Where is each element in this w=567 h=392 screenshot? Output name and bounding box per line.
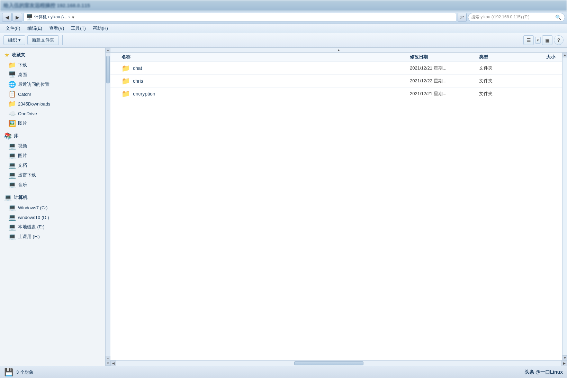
e-drive-icon: 💻 — [8, 223, 16, 231]
col-header-type[interactable]: 类型 — [479, 54, 528, 60]
sidebar-library-header[interactable]: 📚 库 — [0, 131, 105, 141]
help-button[interactable]: ? — [554, 35, 564, 45]
sidebar-item-d-drive-label: windows10 (D:) — [18, 215, 49, 220]
f-drive-icon: 💻 — [8, 233, 16, 240]
sidebar-item-c-drive[interactable]: 💻 Windows7 (C:) — [0, 203, 105, 212]
sidebar-scroll-track[interactable] — [106, 53, 110, 356]
favorites-label: 收藏夹 — [12, 52, 25, 58]
menu-tools[interactable]: 工具(T) — [68, 24, 89, 33]
status-text: 💾 3 个对象 — [4, 368, 34, 377]
sidebar-item-lib-pictures[interactable]: 💻 图片 — [0, 151, 105, 161]
sidebar-item-video[interactable]: 💻 视频 — [0, 141, 105, 151]
object-count: 3 个对象 — [16, 369, 34, 375]
file-label-encryption: encryption — [133, 91, 155, 97]
file-label-chris: chris — [133, 78, 143, 84]
computer-label: 计算机 — [14, 194, 27, 201]
sidebar-item-2345downloads[interactable]: 📁 2345Downloads — [0, 99, 105, 109]
sidebar-item-d-drive[interactable]: 💻 windows10 (D:) — [0, 212, 105, 222]
forward-button[interactable]: ▶ — [12, 13, 22, 22]
file-name-chat[interactable]: 📁 chat — [110, 64, 410, 72]
sidebar-scroll-up[interactable]: ▲ — [106, 48, 110, 53]
scroll-up-arrow[interactable]: ▲ — [337, 48, 341, 52]
breadcrumb-bar[interactable]: 🖥️ 计算机 › yikou (\... › ▼ — [24, 13, 456, 22]
search-icon[interactable]: 🔍 — [554, 13, 562, 21]
video-icon: 💻 — [8, 142, 16, 150]
sidebar-item-xunlei-label: 迅雷下载 — [18, 172, 36, 178]
catch-icon: 📋 — [8, 90, 16, 98]
file-date-encryption: 2021/12/21 星期... — [410, 91, 479, 97]
recent-icon: 🌐 — [8, 81, 16, 88]
sidebar-item-pictures[interactable]: 🖼️ 图片 — [0, 118, 105, 128]
file-name-encryption[interactable]: 📁 encryption — [110, 90, 410, 98]
computer-icon: 🖥️ — [26, 14, 33, 20]
search-bar[interactable]: 搜索 yikou (\192.168.0.115) (Z:) 🔍 — [468, 13, 565, 22]
sidebar-item-download[interactable]: 📁 下载 — [0, 60, 105, 70]
content-scrollbar: ▲ ▼ — [562, 53, 567, 360]
sidebar-scroll-center-indicator: ≡ — [106, 356, 110, 361]
sidebar-item-e-drive-label: 本地磁盘 (E:) — [18, 224, 45, 230]
sidebar-item-recent[interactable]: 🌐 最近访问的位置 — [0, 80, 105, 89]
view-dropdown-button[interactable]: ▾ — [535, 37, 541, 44]
menu-bar: 文件(F) 编辑(E) 查看(V) 工具(T) 帮助(H) — [0, 24, 567, 33]
sidebar-scroll-thumb[interactable] — [106, 56, 110, 83]
table-row[interactable]: 📁 chris 2021/12/22 星期... 文件夹 — [110, 75, 562, 88]
doc-icon: 💻 — [8, 162, 16, 169]
view-list-button[interactable]: ☰ — [523, 35, 534, 45]
table-row[interactable]: 📁 chat 2021/12/21 星期... 文件夹 — [110, 62, 562, 75]
col-header-name[interactable]: 名称 — [110, 54, 410, 60]
sidebar-item-c-drive-label: Windows7 (C:) — [18, 205, 47, 210]
h-scroll-track[interactable] — [116, 361, 561, 366]
search-placeholder-text: 搜索 yikou (\192.168.0.115) (Z:) — [471, 14, 530, 20]
col-header-size[interactable]: 大小 — [528, 54, 562, 60]
content-scroll-up[interactable]: ▲ — [562, 53, 567, 57]
back-button[interactable]: ◀ — [2, 13, 12, 22]
sidebar-item-f-drive-label: 上课用 (F:) — [18, 234, 40, 240]
content-scroll-down[interactable]: ▼ — [562, 355, 567, 360]
file-name-chris[interactable]: 📁 chris — [110, 77, 410, 85]
col-header-date[interactable]: 修改日期 — [410, 54, 479, 60]
sidebar-item-e-drive[interactable]: 💻 本地磁盘 (E:) — [0, 222, 105, 232]
refresh-button[interactable]: ⇄ — [458, 13, 467, 22]
table-row[interactable]: 📁 encryption 2021/12/21 星期... 文件夹 — [110, 88, 562, 100]
sidebar-section-favorites: ★ 收藏夹 📁 下载 🖥️ 桌面 🌐 最近访问的位置 📋 Catch — [0, 50, 105, 128]
h-scroll-left[interactable]: ◀ — [110, 361, 116, 366]
scroll-indicator-top[interactable]: ▲ — [110, 48, 567, 53]
h-scroll-thumb[interactable] — [294, 361, 363, 365]
menu-file[interactable]: 文件(F) — [2, 24, 24, 33]
menu-view[interactable]: 查看(V) — [46, 24, 68, 33]
sidebar-item-video-label: 视频 — [18, 143, 27, 149]
sidebar-item-music[interactable]: 💻 音乐 — [0, 180, 105, 190]
sidebar-item-docs[interactable]: 💻 文档 — [0, 161, 105, 170]
blurred-title-bar: 给入伍的室友远程操控 192.168.0.115 — [0, 0, 567, 11]
view-panel-button[interactable]: ▣ — [542, 35, 552, 45]
h-scrollbar: ◀ ▶ — [110, 360, 567, 366]
folder-icon-chris: 📁 — [122, 77, 130, 85]
menu-help[interactable]: 帮助(H) — [89, 24, 111, 33]
h-scroll-right[interactable]: ▶ — [561, 361, 567, 366]
sidebar-item-catch-label: Catch! — [18, 92, 31, 97]
new-folder-button[interactable]: 新建文件夹 — [27, 35, 59, 45]
star-icon: ★ — [4, 51, 10, 59]
sidebar-item-f-drive[interactable]: 💻 上课用 (F:) — [0, 232, 105, 241]
sidebar-item-desktop-label: 桌面 — [18, 72, 27, 78]
folder-icon-chat: 📁 — [122, 64, 130, 72]
desktop-icon: 🖥️ — [8, 71, 16, 79]
toolbar-right: ☰ ▾ ▣ ? — [523, 35, 564, 45]
sidebar-item-catch[interactable]: 📋 Catch! — [0, 89, 105, 99]
sidebar-item-xunlei[interactable]: 💻 迅雷下载 — [0, 170, 105, 180]
sidebar-favorites-header[interactable]: ★ 收藏夹 — [0, 50, 105, 60]
sidebar-item-onedrive[interactable]: ☁️ OneDrive — [0, 109, 105, 118]
menu-edit[interactable]: 编辑(E) — [24, 24, 46, 33]
organize-button[interactable]: 组织 ▾ — [3, 35, 25, 45]
content-area: ▲ 名称 修改日期 类型 大小 📁 chat 2021/12/21 星期... — [110, 48, 567, 366]
sidebar-scroll-down[interactable]: ▼ — [106, 361, 110, 366]
sidebar-computer-header[interactable]: 💻 计算机 — [0, 192, 105, 203]
watermark-text: 头条 @一口Linux — [524, 369, 563, 375]
dropdown-icon[interactable]: ▼ — [71, 15, 75, 19]
content-scroll-track[interactable] — [562, 57, 567, 355]
toolbar-divider — [62, 35, 63, 45]
toolbar: 组织 ▾ 新建文件夹 ☰ ▾ ▣ ? — [0, 33, 567, 48]
folder-icon-encryption: 📁 — [122, 90, 130, 98]
sidebar-item-desktop[interactable]: 🖥️ 桌面 — [0, 70, 105, 80]
library-icon: 📚 — [4, 132, 12, 140]
